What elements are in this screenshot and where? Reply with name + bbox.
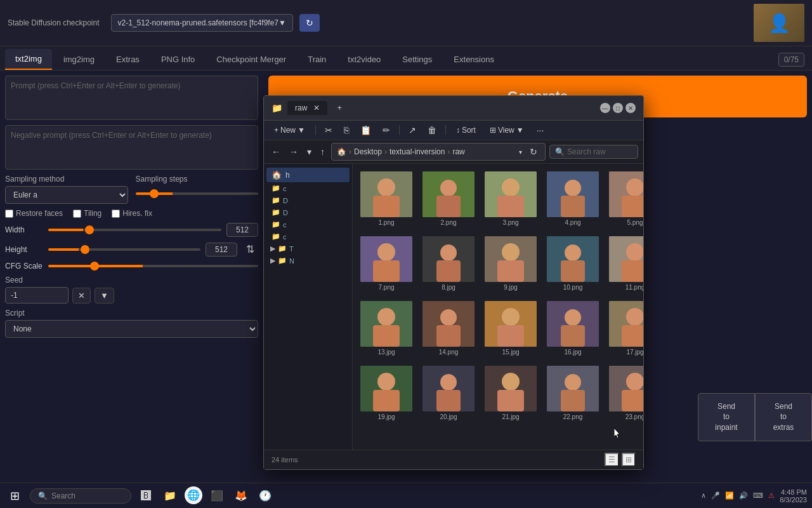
file-item-8[interactable]: 8.jpg bbox=[420, 234, 477, 293]
taskbar-clock-icon[interactable]: 🕐 bbox=[256, 486, 275, 505]
taskbar-bing-icon[interactable]: 🅱 bbox=[136, 486, 155, 505]
fe-sidebar-c1[interactable]: 📁 c bbox=[266, 182, 350, 194]
fe-sidebar-home[interactable]: 🏠 h bbox=[266, 168, 350, 182]
fe-maximize-button[interactable]: □ bbox=[613, 103, 623, 113]
checkpoint-dropdown[interactable]: v2-1_512-nonema-pruned.safetensors [fc4f… bbox=[111, 14, 293, 32]
tab-extensions[interactable]: Extensions bbox=[443, 49, 504, 70]
file-item-15[interactable]: 15.jpg bbox=[482, 298, 539, 358]
tab-png-info[interactable]: PNG Info bbox=[151, 49, 205, 70]
tab-img2img[interactable]: img2img bbox=[53, 49, 105, 70]
fe-refresh-button[interactable]: ↻ bbox=[527, 145, 540, 158]
file-item-3[interactable]: 3.png bbox=[482, 169, 539, 229]
tab-train[interactable]: Train bbox=[298, 49, 336, 70]
taskbar-vpn-icon[interactable]: 🦊 bbox=[232, 486, 251, 505]
warning-icon[interactable]: ⚠ bbox=[768, 491, 775, 500]
swap-dimensions-button[interactable]: ⇅ bbox=[242, 242, 258, 257]
file-item-5[interactable]: 5.png bbox=[606, 169, 643, 229]
file-item-1[interactable]: 1.png bbox=[358, 169, 415, 229]
refresh-button[interactable]: ↻ bbox=[299, 14, 320, 32]
fe-sidebar-c2[interactable]: 📁 c bbox=[266, 218, 350, 231]
fe-rename-button[interactable]: ✏ bbox=[379, 123, 394, 137]
start-button[interactable]: ⊞ bbox=[5, 486, 25, 505]
file-item-19[interactable]: 19.jpg bbox=[358, 363, 415, 423]
file-item-11[interactable]: 11.png bbox=[606, 234, 643, 293]
fe-close-button[interactable]: ✕ bbox=[625, 103, 636, 113]
microphone-icon[interactable]: 🎤 bbox=[711, 491, 720, 500]
fe-sidebar-d2[interactable]: 📁 D bbox=[266, 206, 350, 218]
tab-txt2img[interactable]: txt2img bbox=[5, 49, 52, 70]
fe-search-box[interactable]: 🔍 Search raw bbox=[549, 145, 638, 159]
negative-prompt-input[interactable]: Negative prompt (press Ctrl+Enter or Alt… bbox=[5, 125, 258, 170]
fe-tab-raw[interactable]: raw ✕ bbox=[287, 101, 327, 115]
file-item-2[interactable]: 2.png bbox=[420, 169, 477, 229]
tab-settings[interactable]: Settings bbox=[392, 49, 442, 70]
file-item-9[interactable]: 9.jpg bbox=[482, 234, 539, 293]
send-to-inpaint-button[interactable]: Sendtoinpaint bbox=[698, 393, 755, 441]
fe-forward-button[interactable]: → bbox=[287, 145, 301, 158]
up-arrow-icon[interactable]: ∧ bbox=[701, 491, 706, 500]
file-item-21[interactable]: 21.jpg bbox=[482, 363, 539, 423]
fe-delete-button[interactable]: 🗑 bbox=[424, 123, 440, 137]
cfg-slider[interactable] bbox=[48, 265, 258, 267]
fe-sidebar-d1[interactable]: 📁 D bbox=[266, 194, 350, 206]
fe-tab-close[interactable]: ✕ bbox=[313, 104, 320, 112]
width-slider[interactable] bbox=[48, 229, 221, 231]
fe-sidebar-c3[interactable]: 📁 c bbox=[266, 231, 350, 243]
fe-address-dropdown[interactable]: ▾ bbox=[516, 147, 525, 157]
file-item-20[interactable]: 20.jpg bbox=[420, 363, 477, 423]
taskbar-chrome-icon[interactable]: 🌐 bbox=[185, 486, 202, 504]
prompt-input[interactable]: Prompt (press Ctrl+Enter or Alt+Enter to… bbox=[5, 76, 258, 120]
taskbar-terminal-icon[interactable]: ⬛ bbox=[207, 486, 226, 505]
restore-faces-checkbox[interactable]: Restore faces bbox=[5, 209, 63, 218]
fe-more-button[interactable]: ··· bbox=[533, 123, 548, 137]
keyboard-icon[interactable]: ⌨ bbox=[753, 491, 763, 500]
fe-sort-button[interactable]: ↕ Sort bbox=[451, 124, 481, 137]
width-value[interactable]: 512 bbox=[226, 223, 258, 237]
wifi-icon[interactable]: 📶 bbox=[725, 491, 734, 500]
file-item-23[interactable]: 23.png bbox=[606, 363, 643, 423]
fe-sidebar-t[interactable]: ▶ 📁 T bbox=[266, 243, 350, 255]
fe-view-button[interactable]: ⊞ View ▼ bbox=[485, 124, 529, 137]
file-item-17[interactable]: 17.jpg bbox=[606, 298, 643, 358]
file-item-10[interactable]: 10.png bbox=[544, 234, 601, 293]
taskbar-file-explorer-icon[interactable]: 📁 bbox=[160, 486, 180, 505]
height-value[interactable]: 512 bbox=[206, 243, 237, 257]
volume-icon[interactable]: 🔊 bbox=[739, 491, 748, 500]
height-slider[interactable] bbox=[48, 248, 200, 251]
send-to-extras-button[interactable]: Sendtoextras bbox=[755, 393, 812, 441]
fe-new-tab-button[interactable]: + bbox=[332, 102, 347, 114]
file-item-14[interactable]: 14.png bbox=[420, 298, 477, 358]
fe-back-button[interactable]: ← bbox=[269, 145, 283, 158]
tab-txt2video[interactable]: txt2video bbox=[337, 49, 391, 70]
script-select[interactable]: None bbox=[5, 320, 258, 338]
seed-extra-button[interactable]: ▼ bbox=[95, 288, 114, 304]
sampling-steps-slider[interactable] bbox=[136, 192, 259, 195]
fe-paste-button[interactable]: 📋 bbox=[357, 123, 375, 137]
fe-new-button[interactable]: + New ▼ bbox=[269, 124, 310, 137]
fe-list-view-button[interactable]: ☰ bbox=[605, 453, 619, 467]
fe-minimize-button[interactable]: — bbox=[600, 103, 610, 113]
fe-sep3 bbox=[445, 125, 446, 135]
fe-sidebar-n[interactable]: ▶ 📁 N bbox=[266, 255, 350, 267]
seed-input[interactable] bbox=[5, 287, 69, 304]
fe-cut-button[interactable]: ✂ bbox=[321, 123, 336, 137]
fe-copy-button[interactable]: ⎘ bbox=[340, 123, 353, 137]
fe-grid-view-button[interactable]: ⊞ bbox=[622, 453, 636, 467]
fe-address-bar[interactable]: 🏠 › Desktop › textual-inversion › raw ▾ … bbox=[331, 143, 546, 161]
fe-share-button[interactable]: ↗ bbox=[405, 123, 420, 137]
tiling-checkbox[interactable]: Tiling bbox=[73, 209, 102, 218]
system-clock[interactable]: 4:48 PM 8/3/2023 bbox=[780, 488, 807, 504]
hires-fix-checkbox[interactable]: Hires. fix bbox=[112, 209, 152, 218]
file-item-22[interactable]: 22.png bbox=[544, 363, 601, 423]
file-item-4[interactable]: 4.png bbox=[544, 169, 601, 229]
taskbar-search[interactable]: 🔍 Search bbox=[30, 488, 131, 504]
fe-recent-button[interactable]: ▾ bbox=[304, 145, 314, 158]
file-item-13[interactable]: 13.jpg bbox=[358, 298, 415, 358]
seed-clear-button[interactable]: ✕ bbox=[72, 288, 91, 304]
tab-extras[interactable]: Extras bbox=[106, 49, 150, 70]
file-item-16[interactable]: 16.jpg bbox=[544, 298, 601, 358]
file-item-7[interactable]: 7.png bbox=[358, 234, 415, 293]
fe-up-button[interactable]: ↑ bbox=[318, 145, 327, 158]
sampling-method-select[interactable]: Euler a bbox=[5, 186, 128, 204]
tab-checkpoint-merger[interactable]: Checkpoint Merger bbox=[206, 49, 296, 70]
